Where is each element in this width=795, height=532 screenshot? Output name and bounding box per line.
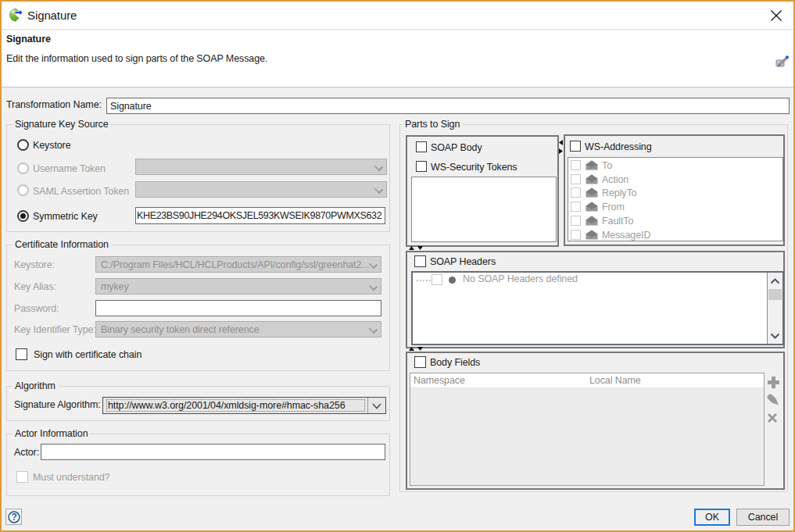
svg-text:?: ? [11,512,16,523]
